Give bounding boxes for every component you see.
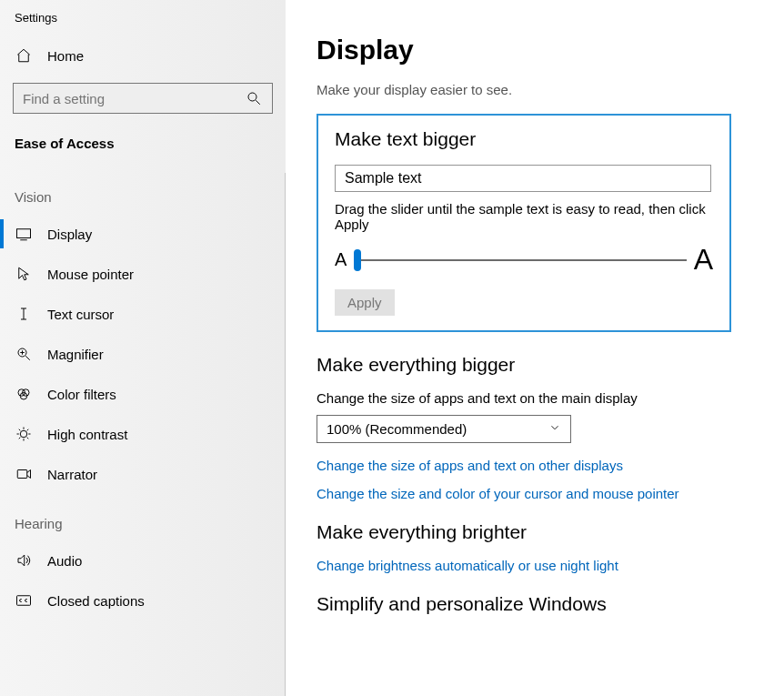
slider-thumb[interactable] <box>354 249 361 271</box>
search-box[interactable] <box>13 83 273 114</box>
app-title: Settings <box>0 7 286 37</box>
sidebar-item-high-contrast[interactable]: High contrast <box>0 414 286 454</box>
sidebar-item-label: Magnifier <box>47 347 104 362</box>
scaling-select-value: 100% (Recommended) <box>327 421 467 437</box>
group-header-vision: Vision <box>0 167 286 214</box>
text-size-slider[interactable] <box>354 258 686 262</box>
sidebar-item-label: Color filters <box>47 387 116 402</box>
current-category: Ease of Access <box>0 125 286 167</box>
svg-line-1 <box>256 100 260 105</box>
color-filters-icon <box>15 385 33 403</box>
section-make-text-bigger: Make text bigger Sample text Drag the sl… <box>317 114 731 332</box>
sidebar-item-closed-captions[interactable]: Closed captions <box>0 580 286 620</box>
section-heading: Make text bigger <box>335 128 713 150</box>
sidebar-item-label: Closed captions <box>47 593 145 609</box>
text-cursor-icon <box>15 305 33 323</box>
high-contrast-icon <box>15 425 33 443</box>
section-heading: Make everything bigger <box>317 354 731 376</box>
svg-line-18 <box>27 438 29 439</box>
main-content: Display Make your display easier to see.… <box>286 0 784 696</box>
home-label: Home <box>47 48 84 64</box>
magnifier-icon <box>15 345 33 363</box>
sidebar-item-display[interactable]: Display <box>0 214 286 254</box>
link-cursor-pointer[interactable]: Change the size and color of your cursor… <box>317 486 731 501</box>
display-icon <box>15 225 33 243</box>
group-header-hearing: Hearing <box>0 494 286 540</box>
section-description: Change the size of apps and text on the … <box>317 390 731 406</box>
svg-line-20 <box>27 429 29 431</box>
search-icon <box>245 89 263 107</box>
svg-line-6 <box>25 356 30 360</box>
svg-rect-21 <box>17 470 27 479</box>
narrator-icon <box>15 465 33 483</box>
small-a-glyph: A <box>335 249 347 270</box>
sidebar-item-label: Mouse pointer <box>47 267 134 282</box>
sidebar-item-label: Audio <box>47 553 82 569</box>
sidebar-item-label: Display <box>47 227 92 242</box>
sidebar-item-audio[interactable]: Audio <box>0 540 286 580</box>
svg-rect-22 <box>17 596 31 606</box>
link-other-displays[interactable]: Change the size of apps and text on othe… <box>317 458 731 473</box>
section-heading: Simplify and personalize Windows <box>317 593 731 615</box>
svg-line-17 <box>19 429 21 431</box>
svg-line-19 <box>19 438 21 439</box>
sidebar-item-color-filters[interactable]: Color filters <box>0 374 286 414</box>
sample-text-preview: Sample text <box>335 165 711 192</box>
section-make-everything-bigger: Make everything bigger Change the size o… <box>317 354 731 501</box>
chevron-down-icon <box>548 421 561 437</box>
home-button[interactable]: Home <box>0 37 286 74</box>
big-a-glyph: A <box>694 243 713 277</box>
svg-point-12 <box>20 430 27 438</box>
audio-icon <box>15 551 33 570</box>
sidebar-item-label: Narrator <box>47 467 97 482</box>
svg-rect-2 <box>17 229 31 238</box>
sidebar-item-label: Text cursor <box>47 307 114 322</box>
closed-captions-icon <box>15 591 33 610</box>
page-title: Display <box>317 35 757 66</box>
sidebar: Settings Home Ease of Access Vision Disp… <box>0 0 286 696</box>
sidebar-item-label: High contrast <box>47 427 127 442</box>
sidebar-item-narrator[interactable]: Narrator <box>0 454 286 494</box>
sidebar-item-mouse-pointer[interactable]: Mouse pointer <box>0 254 286 294</box>
section-make-everything-brighter: Make everything brighter Change brightne… <box>317 521 731 573</box>
slider-instruction: Drag the slider until the sample text is… <box>335 201 713 232</box>
slider-track <box>354 259 686 261</box>
scaling-select[interactable]: 100% (Recommended) <box>317 415 571 443</box>
mouse-pointer-icon <box>15 265 33 283</box>
svg-point-0 <box>248 93 256 101</box>
section-simplify-personalize: Simplify and personalize Windows <box>317 593 731 615</box>
apply-button[interactable]: Apply <box>335 289 395 316</box>
section-heading: Make everything brighter <box>317 521 731 543</box>
sidebar-item-text-cursor[interactable]: Text cursor <box>0 294 286 334</box>
sidebar-item-magnifier[interactable]: Magnifier <box>0 334 286 374</box>
page-subtitle: Make your display easier to see. <box>317 82 757 97</box>
home-icon <box>15 46 33 65</box>
text-size-slider-row: A A <box>335 243 713 277</box>
link-brightness[interactable]: Change brightness automatically or use n… <box>317 558 731 573</box>
search-input[interactable] <box>23 91 245 106</box>
